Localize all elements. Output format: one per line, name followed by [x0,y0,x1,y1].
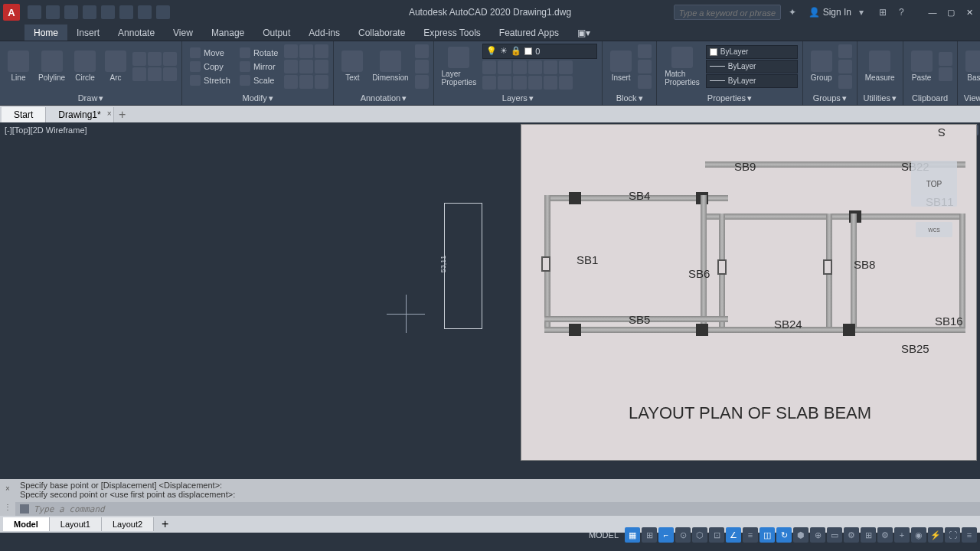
create-block-icon[interactable] [638,44,652,58]
panel-properties-title[interactable]: Properties ▾ [657,91,802,105]
linetype-dropdown[interactable]: ByLayer [706,74,798,88]
cycle-toggle-icon[interactable]: ↻ [776,527,792,543]
panel-view-title[interactable]: View ▾ [958,91,980,105]
erase-icon[interactable] [315,60,328,73]
polyline-button[interactable]: Polyline [35,49,68,83]
isolate-icon[interactable]: ◉ [911,527,926,543]
cmd-handle-icon[interactable]: ⋮ [4,503,11,511]
hardware-icon[interactable]: ⚡ [928,527,943,543]
ortho-toggle-icon[interactable]: ⌐ [658,527,674,543]
panel-block-title[interactable]: Block ▾ [603,91,656,105]
tab-view[interactable]: View [164,24,202,41]
layer-freeze-icon[interactable] [498,60,511,74]
panel-utilities-title[interactable]: Utilities ▾ [858,91,903,105]
color-dropdown[interactable]: ByLayer [706,45,798,59]
layer-make-icon[interactable] [528,60,542,74]
explode-icon[interactable] [284,75,298,89]
move-button[interactable]: Move [187,47,234,59]
text-button[interactable]: Text [338,49,366,83]
table-icon[interactable] [415,60,429,73]
dyn-toggle-icon[interactable]: ⊕ [810,527,825,543]
tab-featuredapps[interactable]: Featured Apps [490,24,568,41]
tab-extra-icon[interactable]: ▣▾ [568,24,599,41]
command-input[interactable] [34,504,975,514]
leader-icon[interactable] [415,44,429,58]
lwt-toggle-icon[interactable]: ≡ [743,527,758,543]
tab-layout1[interactable]: Layout1 [50,517,102,531]
layer-off-icon[interactable] [482,60,496,74]
attached-reference-image[interactable]: S SB9 SB22 SB4 SB11 SB1 SB6 SB8 SB16 SB5… [521,124,977,461]
close-icon[interactable]: ✕ [962,5,977,19]
layer-prev-icon[interactable] [559,60,573,74]
iso-toggle-icon[interactable]: ⬡ [692,527,707,543]
tab-collaborate[interactable]: Collaborate [349,24,414,41]
stretch-button[interactable]: Stretch [187,74,234,86]
annomon-icon[interactable]: + [894,527,910,543]
qp-toggle-icon[interactable]: ▭ [827,527,842,543]
transp-toggle-icon[interactable]: ◫ [760,527,775,543]
layer-iso-icon[interactable] [482,76,496,90]
point-icon[interactable] [148,67,162,81]
qat-plot-icon[interactable] [101,5,115,19]
panel-draw-title[interactable]: Draw ▾ [0,91,181,105]
xref-icon[interactable]: ✦ [789,6,801,18]
viewport-label[interactable]: [-][Top][2D Wireframe] [5,126,87,135]
app-icon[interactable]: ⊞ [879,6,891,18]
panel-clipboard-title[interactable]: Clipboard [903,91,957,105]
qat-undo-icon[interactable] [138,5,152,19]
tab-drawing1[interactable]: Drawing1*× [46,107,113,122]
tab-annotate[interactable]: Annotate [109,24,164,41]
base-button[interactable]: Base [962,49,980,83]
view-cube[interactable]: TOP [911,161,957,207]
snap-toggle-icon[interactable]: ⊞ [642,527,657,543]
3dosnap-icon[interactable]: ⬢ [793,527,808,543]
workspace-icon[interactable]: ⚙ [877,527,893,543]
minimize-icon[interactable]: — [925,5,940,19]
dimension-button[interactable]: Dimension [369,49,411,83]
hatch-icon[interactable] [132,67,146,81]
array-icon[interactable] [284,60,298,73]
maximize-icon[interactable]: ▢ [943,5,959,19]
status-model-label[interactable]: MODEL [589,530,619,540]
qat-redo-icon[interactable] [156,5,170,19]
polar-toggle-icon[interactable]: ⊙ [675,527,691,543]
ellipse-icon[interactable] [163,52,177,66]
layer-uniso-icon[interactable] [498,76,511,90]
qat-save-icon[interactable] [64,5,78,19]
trim-icon[interactable] [284,44,298,58]
extend-icon[interactable] [299,44,313,58]
tab-insert[interactable]: Insert [67,24,109,41]
add-tab-icon[interactable]: + [114,107,131,122]
copy-clip-icon[interactable] [939,67,952,81]
panel-groups-title[interactable]: Groups ▾ [803,91,857,105]
groupedit-icon[interactable] [838,60,852,73]
layer-del-icon[interactable] [559,76,573,90]
layerprops-button[interactable]: Layer Properties [439,45,480,88]
customize-icon[interactable]: ≡ [962,527,977,543]
cmd-close-icon[interactable]: × [5,484,10,493]
tab-output[interactable]: Output [253,24,299,41]
osnap-toggle-icon[interactable]: ⊡ [709,527,724,543]
signin-link[interactable]: 👤 Sign In [808,7,851,18]
panel-layers-title[interactable]: Layers ▾ [434,91,603,105]
tab-model[interactable]: Model [3,517,50,531]
copy-button[interactable]: Copy [187,60,234,73]
matchprops-button[interactable]: Match Properties [662,45,703,88]
tab-home[interactable]: Home [24,24,67,41]
layer-match-icon[interactable] [544,60,557,74]
app-logo[interactable]: A [3,4,20,21]
qat-new-icon[interactable] [28,5,41,19]
group-button[interactable]: Group [808,49,835,83]
circle-button[interactable]: Circle [71,49,99,83]
qat-print-icon[interactable] [119,5,133,19]
edit-block-icon[interactable] [638,60,652,73]
groupsel-icon[interactable] [838,75,852,89]
spline-icon[interactable] [148,52,162,66]
layer-lock-icon[interactable] [513,60,527,74]
offset-icon[interactable] [299,60,313,73]
grid-toggle-icon[interactable]: ▦ [625,527,640,543]
tab-manage[interactable]: Manage [202,24,253,41]
panel-modify-title[interactable]: Modify ▾ [182,91,333,105]
cut-icon[interactable] [939,52,952,66]
nav-wheel-icon[interactable]: wcs [916,222,952,237]
